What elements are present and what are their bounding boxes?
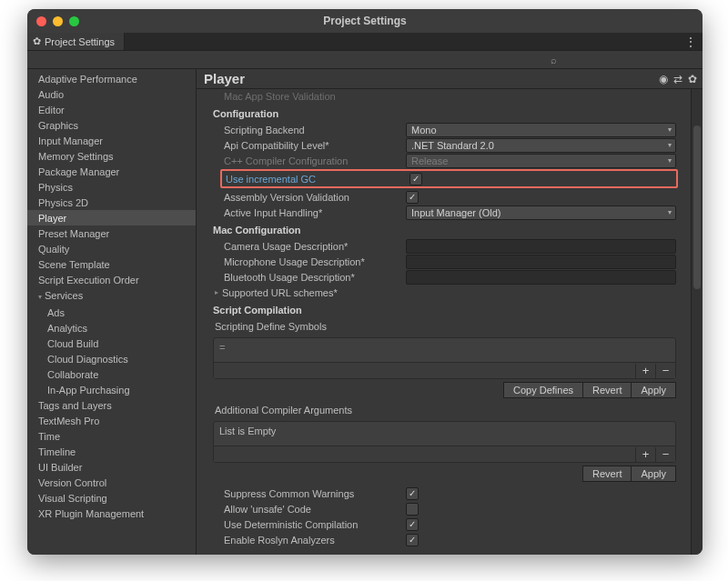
sidebar-item-in-app-purchasing[interactable]: In-App Purchasing [27,382,196,397]
label-roslyn: Enable Roslyn Analyzers [224,535,406,546]
row-microphone-desc: Microphone Usage Description* [198,254,689,269]
apply-button[interactable]: Apply [632,382,676,398]
zoom-window-button[interactable] [69,16,79,26]
help-icon[interactable]: ◉ [659,73,668,85]
sidebar-item-textmesh-pro[interactable]: TextMesh Pro [27,413,196,428]
sidebar-item-player[interactable]: Player [27,210,196,225]
row-assembly-validation: Assembly Version Validation [198,189,689,205]
label-scripting-backend: Scripting Backend [224,125,406,135]
input-camera-desc[interactable] [406,239,676,254]
sidebar-item-physics-2d[interactable]: Physics 2D [27,195,196,210]
sidebar-item-ui-builder[interactable]: UI Builder [27,459,196,475]
sidebar-item-xr-plugin-management[interactable]: XR Plugin Management [27,506,196,521]
sidebar-item-adaptive-performance[interactable]: Adaptive Performance [27,71,196,86]
drag-handle-icon[interactable]: = [219,342,225,353]
define-symbols-list[interactable]: = [214,338,675,362]
additional-args-buttons: Revert Apply [198,466,676,482]
sidebar-item-analytics[interactable]: Analytics [27,320,196,336]
dropdown-active-input[interactable]: Input Manager (Old) [406,205,676,220]
search-icon: ⌕ [551,55,557,65]
remove-arg-button[interactable]: − [655,447,675,462]
minimize-window-button[interactable] [53,16,63,26]
dropdown-api-compat[interactable]: .NET Standard 2.0 [406,138,676,153]
settings-sidebar[interactable]: Adaptive PerformanceAudioEditorGraphicsI… [27,69,197,555]
checkbox-incremental-gc[interactable] [410,173,422,185]
revert-button[interactable]: Revert [583,382,632,398]
label-active-input: Active Input Handling* [224,207,406,218]
gear-icon: ✿ [33,35,41,47]
sidebar-item-version-control[interactable]: Version Control [27,475,196,490]
sidebar-item-preset-manager[interactable]: Preset Manager [27,225,196,241]
checkbox-roslyn[interactable] [406,534,419,546]
sidebar-item-services[interactable]: Services [27,287,196,305]
sidebar-item-timeline[interactable]: Timeline [27,444,196,459]
truncated-row: Mac App Store Validation [198,89,689,104]
highlight-incremental-gc: Use incremental GC [220,169,678,188]
label-additional-args: Additional Compiler Arguments [215,405,352,416]
vertical-scrollbar[interactable] [691,89,703,555]
row-additional-args-label: Additional Compiler Arguments [198,402,689,417]
sidebar-item-ads[interactable]: Ads [27,305,196,320]
section-configuration-title: Configuration [198,104,689,122]
row-cpp-compiler: C++ Compiler Configuration Release [198,153,689,168]
sidebar-item-graphics[interactable]: Graphics [27,117,196,133]
input-microphone-desc[interactable] [406,255,676,269]
row-incremental-gc: Use incremental GC [224,171,674,186]
remove-symbol-button[interactable]: − [655,364,675,378]
sidebar-item-package-manager[interactable]: Package Manager [27,164,196,179]
settings-gear-icon[interactable]: ✿ [688,73,697,85]
row-scripting-backend: Scripting Backend Mono [198,122,689,137]
scrollbar-thumb[interactable] [693,125,701,289]
row-suppress-warnings: Suppress Common Warnings [198,486,689,501]
revert-button-2[interactable]: Revert [582,466,632,482]
search-bar[interactable]: ⌕ [27,51,703,69]
row-deterministic: Use Deterministic Compilation [198,516,689,532]
sidebar-item-script-execution-order[interactable]: Script Execution Order [27,272,196,287]
checkbox-allow-unsafe[interactable] [406,503,419,516]
sidebar-item-cloud-build[interactable]: Cloud Build [27,336,196,351]
window-controls [36,16,79,26]
checkbox-assembly-validation[interactable] [406,191,419,204]
additional-args-list[interactable]: List is Empty [214,422,675,446]
panel-define-symbols: = + − [213,337,676,379]
label-api-compat: Api Compatibility Level* [224,140,406,151]
checkbox-deterministic[interactable] [406,518,419,531]
add-arg-button[interactable]: + [635,447,655,462]
apply-button-2[interactable]: Apply [632,466,676,482]
input-bluetooth-desc[interactable] [406,270,676,285]
dropdown-scripting-backend[interactable]: Mono [406,123,676,137]
sidebar-item-cloud-diagnostics[interactable]: Cloud Diagnostics [27,351,196,366]
row-define-symbols-label: Scripting Define Symbols [198,318,689,334]
sidebar-item-collaborate[interactable]: Collaborate [27,366,196,382]
add-symbol-button[interactable]: + [635,364,655,378]
label-url-schemes: Supported URL schemes* [222,287,395,298]
close-window-button[interactable] [36,16,46,26]
tab-project-settings[interactable]: ✿ Project Settings [27,33,125,50]
sidebar-item-time[interactable]: Time [27,428,196,444]
sidebar-item-scene-template[interactable]: Scene Template [27,256,196,272]
sidebar-item-editor[interactable]: Editor [27,102,196,117]
label-cpp-compiler: C++ Compiler Configuration [224,155,406,166]
copy-defines-button[interactable]: Copy Defines [503,382,583,398]
sidebar-item-audio[interactable]: Audio [27,86,196,102]
row-bluetooth-desc: Bluetooth Usage Description* [198,269,689,285]
row-url-schemes[interactable]: ▸ Supported URL schemes* [198,285,689,300]
sidebar-item-memory-settings[interactable]: Memory Settings [27,148,196,164]
panel-footer: + − [214,362,675,378]
section-script-compilation-title: Script Compilation [198,300,689,318]
sidebar-item-physics[interactable]: Physics [27,179,196,195]
row-camera-desc: Camera Usage Description* [198,238,689,254]
checkbox-suppress-warnings[interactable] [406,487,419,500]
content: Mac App Store Validation Configuration S… [197,89,691,555]
sidebar-item-input-manager[interactable]: Input Manager [27,133,196,148]
titlebar[interactable]: Project Settings [27,9,703,33]
sidebar-item-visual-scripting[interactable]: Visual Scripting [27,490,196,506]
sidebar-item-tags-and-layers[interactable]: Tags and Layers [27,397,196,413]
main-panel: Player ◉ ⇄ ✿ Mac App Store Validation Co… [197,69,703,555]
sidebar-item-quality[interactable]: Quality [27,241,196,256]
content-wrap: Mac App Store Validation Configuration S… [197,89,703,555]
panel-footer-2: + − [214,446,675,462]
foldout-icon[interactable]: ▸ [215,288,218,296]
tab-menu-icon[interactable]: ⋮ [684,35,697,49]
presets-icon[interactable]: ⇄ [673,73,682,85]
